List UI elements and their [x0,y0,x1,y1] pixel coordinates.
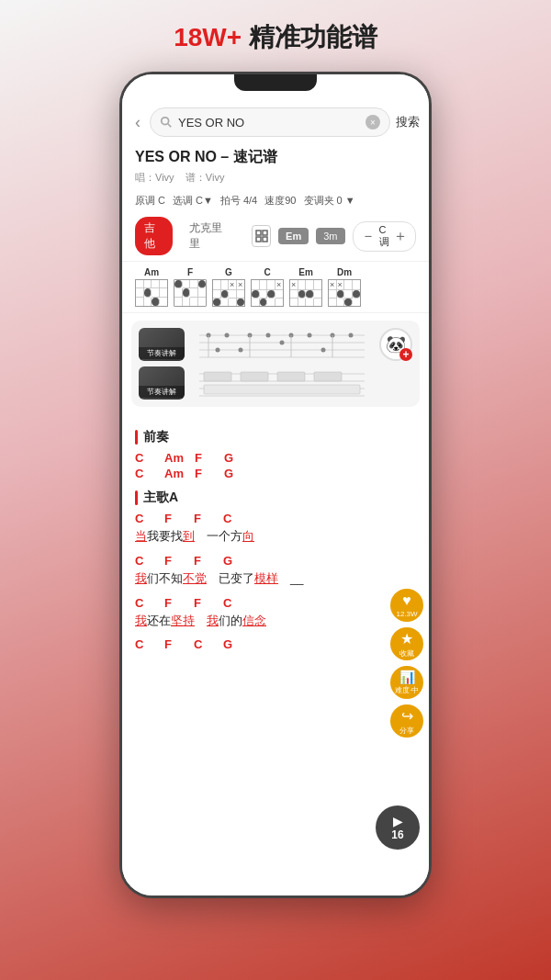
svg-rect-4 [256,237,261,242]
clear-button[interactable]: × [365,115,380,130]
chord-diagrams-row: Am [122,261,429,313]
svg-point-19 [239,348,243,353]
verse-chord-1: C F F C [135,512,416,525]
section-prelude: 前奏 [135,429,416,445]
chord-am-label: Am [144,267,159,277]
rhythm-thumb-1[interactable]: 节奏讲解 [139,328,185,361]
grid-icon[interactable] [252,225,271,247]
settings-row: 原调 C 选调 C▼ 拍号 4/4 速度90 变调夹 0 ▼ [122,190,429,211]
like-count: 12.3W [396,610,417,618]
chord-am-grid [135,279,168,307]
phone-content: ‹ YES OR NO × 搜索 YES OR NO – 速记谱 唱：Vivy … [122,100,429,896]
prelude-line-2: C Am F G [135,467,416,480]
chord-em[interactable]: Em × [289,267,322,307]
like-button[interactable]: ♥ 12.3W [390,589,423,622]
difficulty-label: 难度·中 [395,685,419,695]
rhythm-thumb-2[interactable]: 节奏讲解 [139,366,185,400]
chord-g-2: G [224,467,242,480]
search-bar[interactable]: YES OR NO × [150,107,390,137]
star-icon: ★ [400,630,413,648]
collect-label: 收藏 [399,648,414,659]
svg-rect-5 [263,237,267,242]
svg-point-21 [321,348,326,353]
3m-badge[interactable]: 3m [316,228,344,244]
play-icon: ▶ [393,814,403,828]
play-button[interactable]: ▶ 16 [376,805,420,850]
svg-point-18 [216,348,220,353]
rhythm-item-1: 节奏讲解 [139,328,412,361]
rhythm-section: 节奏讲解 [131,321,420,407]
chord-f[interactable]: F [174,267,207,307]
rhythm-item-2: 节奏讲解 [139,366,412,400]
search-icon [160,116,173,129]
svg-rect-33 [314,372,342,381]
chord-am[interactable]: Am [135,267,168,307]
chart-icon: 📊 [399,670,415,684]
share-button[interactable]: ↪ 分享 [390,704,423,738]
key-label: C调 [379,224,389,249]
chord-c-1: C [135,451,153,465]
svg-point-17 [349,333,354,338]
svg-rect-32 [277,372,305,381]
selected-key-dropdown[interactable]: 选调 C▼ [173,194,213,208]
title-red: 18W+ [174,23,242,51]
prelude-line-1: C Am F G [135,451,416,465]
section-verse-a: 主歌A [135,490,416,506]
top-header: 18W+ 精准功能谱 [0,0,551,72]
lyric-block-1: C F F C 当我要找到 一个方向 [135,512,416,546]
lyric-block-2: C F F G 我们不知不觉 已变了模样 __ [135,554,416,589]
svg-point-13 [266,333,271,338]
original-key: 原调 C [135,194,165,208]
instrument-row: 吉他 尤克里里 Em 3m － C调 ＋ [122,211,429,261]
section-bar-2 [135,490,138,505]
chord-c-2: C [135,467,153,480]
svg-point-11 [225,333,230,338]
back-button[interactable]: ‹ [131,111,144,134]
chord-g-label: G [225,267,232,277]
song-meta: 唱：Vivy 谱：Vivy [122,169,429,190]
chord-em-label: Em [298,267,313,277]
capo-dropdown[interactable]: 变调夹 0 ▼ [304,194,355,208]
time-sig: 拍号 4/4 [220,194,257,208]
chord-c[interactable]: C × [251,267,284,307]
section-prelude-name: 前奏 [143,429,169,445]
tempo: 速度90 [264,194,296,208]
share-label: 分享 [399,726,414,736]
phone-frame: ‹ YES OR NO × 搜索 YES OR NO – 速记谱 唱：Vivy … [119,72,432,898]
panda-button[interactable]: 🐼 + [379,328,412,361]
verse-lyric-1: 当我要找到 一个方向 [135,527,416,546]
key-minus-button[interactable]: － [361,229,376,243]
rhythm-label-2: 节奏讲解 [139,386,185,398]
key-plus-button[interactable]: ＋ [393,229,408,243]
svg-rect-31 [241,372,268,381]
panda-plus-icon: + [399,348,412,361]
chord-am-1: Am [164,451,184,465]
section-bar [135,430,138,445]
search-button[interactable]: 搜索 [396,114,420,130]
chord-dm[interactable]: Dm × × [328,267,361,307]
svg-point-20 [280,341,285,345]
chord-g[interactable]: G × × [212,267,245,307]
guitar-tab[interactable]: 吉他 [135,217,173,255]
share-icon: ↪ [401,707,413,725]
search-text: YES OR NO [178,116,360,130]
svg-rect-2 [256,231,261,235]
ukulele-tab[interactable]: 尤克里里 [180,217,237,255]
lyric-block-4: C F C G [135,637,416,651]
key-control: － C调 ＋ [353,221,416,252]
verse-chord-4: C F C G [135,637,416,651]
chord-f-label: F [187,267,193,277]
rhythm-pattern-2 [192,366,372,400]
verse-chord-3: C F F C [135,596,416,610]
collect-button[interactable]: ★ 收藏 [390,627,423,660]
svg-rect-3 [263,231,267,235]
svg-rect-34 [204,385,360,394]
svg-line-1 [168,124,172,128]
song-title: YES OR NO – 速记谱 [122,144,429,169]
difficulty-button[interactable]: 📊 难度·中 [390,666,423,699]
chord-am-2: Am [164,467,184,480]
chord-f-1: F [195,451,213,465]
em-badge[interactable]: Em [278,228,309,244]
search-bar-row: ‹ YES OR NO × 搜索 [122,100,429,144]
phone-notch [234,74,317,91]
